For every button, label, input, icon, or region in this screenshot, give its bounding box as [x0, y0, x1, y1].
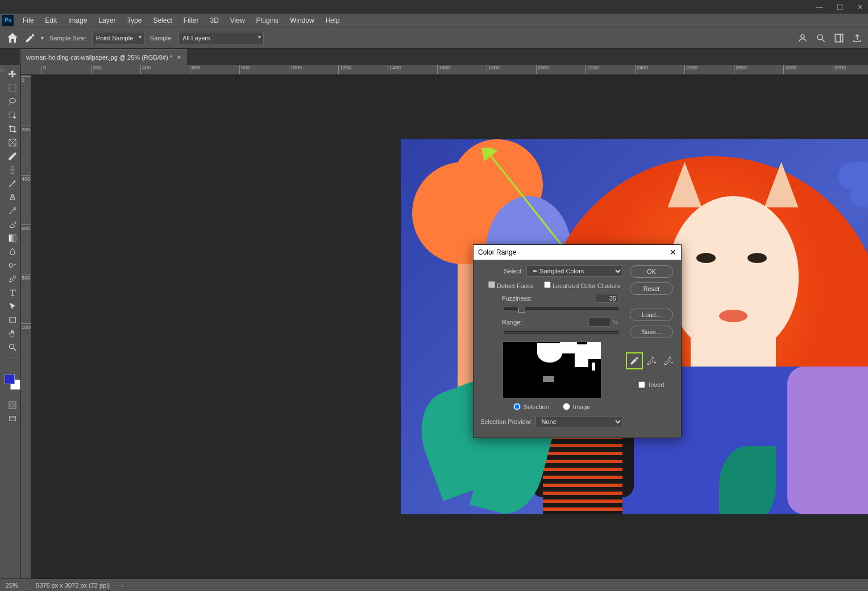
- sample-select[interactable]: All Layers: [178, 32, 264, 44]
- svg-point-17: [10, 344, 14, 349]
- svg-rect-5: [9, 85, 16, 91]
- menu-3d[interactable]: 3D: [204, 14, 224, 27]
- svg-point-0: [801, 35, 804, 38]
- crop-tool[interactable]: [5, 123, 20, 135]
- screen-mode-icon[interactable]: [5, 413, 20, 425]
- status-chevron-icon[interactable]: ›: [121, 582, 123, 589]
- reset-button[interactable]: Reset: [630, 282, 673, 295]
- range-input: [588, 318, 611, 327]
- menu-file[interactable]: File: [17, 14, 39, 27]
- gradient-tool[interactable]: [5, 232, 20, 244]
- menu-help[interactable]: Help: [320, 14, 346, 27]
- photoshop-logo: Ps: [2, 15, 14, 26]
- eyedropper-add-icon[interactable]: [645, 354, 658, 368]
- edit-toolbar-icon[interactable]: ⋯: [10, 361, 16, 368]
- brush-tool[interactable]: [5, 177, 20, 190]
- detect-faces-label: Detect Faces: [497, 282, 534, 289]
- object-selection-tool[interactable]: [5, 109, 20, 122]
- color-range-dialog[interactable]: Color Range ✕ Select: ✒ Sampled Colors D…: [473, 244, 682, 438]
- eyedropper-subtract-icon[interactable]: [662, 354, 675, 368]
- svg-rect-21: [10, 416, 16, 421]
- workspace-icon[interactable]: [834, 33, 844, 43]
- eraser-tool[interactable]: [5, 218, 20, 231]
- menu-plugins[interactable]: Plugins: [251, 14, 284, 27]
- selection-preview-dropdown[interactable]: None: [535, 416, 624, 427]
- menu-layer[interactable]: Layer: [93, 14, 121, 27]
- selection-preview-thumbnail: [502, 342, 601, 398]
- history-brush-tool[interactable]: [5, 205, 20, 217]
- foreground-color[interactable]: [5, 374, 15, 384]
- search-icon[interactable]: [816, 33, 826, 43]
- dialog-close-icon[interactable]: ✕: [670, 248, 676, 257]
- hand-tool[interactable]: [5, 327, 20, 340]
- selection-preview-label: Selection Preview:: [480, 418, 532, 425]
- blur-tool[interactable]: [5, 245, 20, 258]
- fuzziness-input[interactable]: [596, 294, 618, 303]
- move-tool[interactable]: [5, 68, 20, 81]
- select-dropdown[interactable]: ✒ Sampled Colors: [526, 265, 623, 277]
- path-selection-tool[interactable]: [5, 300, 20, 313]
- range-slider: [504, 331, 618, 334]
- healing-brush-tool[interactable]: [5, 164, 20, 176]
- svg-line-15: [13, 264, 16, 265]
- frame-tool[interactable]: [5, 136, 20, 149]
- minimize-button[interactable]: —: [816, 3, 823, 11]
- document-tab[interactable]: woman-holding-cat-wallpaper.jpg @ 25% (R…: [20, 49, 187, 65]
- select-label: Select:: [504, 268, 523, 274]
- sample-size-label: Sample Size:: [49, 35, 86, 41]
- zoom-tool[interactable]: [5, 341, 20, 353]
- dodge-tool[interactable]: [5, 259, 20, 272]
- home-icon[interactable]: [6, 31, 19, 45]
- menu-type[interactable]: Type: [121, 14, 147, 27]
- left-edge-strip: ⟩⟩: [0, 65, 5, 578]
- range-unit: %: [613, 319, 618, 326]
- cloud-docs-icon[interactable]: [798, 33, 808, 43]
- ruler-horizontal[interactable]: 0200400600800100012001400160018002000220…: [21, 65, 868, 75]
- menu-view[interactable]: View: [225, 14, 251, 27]
- eyedropper-tool-icon[interactable]: [25, 33, 35, 43]
- save-button[interactable]: Save...: [630, 326, 673, 338]
- document-tab-title: woman-holding-cat-wallpaper.jpg @ 25% (R…: [26, 54, 172, 61]
- menu-select[interactable]: Select: [147, 14, 177, 27]
- load-button[interactable]: Load...: [630, 309, 673, 321]
- rectangle-tool[interactable]: [5, 314, 20, 326]
- close-tab-icon[interactable]: ×: [177, 53, 181, 61]
- menu-filter[interactable]: Filter: [178, 14, 205, 27]
- zoom-level[interactable]: 25%: [6, 582, 24, 589]
- localized-clusters-checkbox[interactable]: [544, 281, 551, 288]
- tool-divider: [6, 357, 19, 357]
- detect-faces-checkbox: [488, 281, 495, 288]
- clone-stamp-tool[interactable]: [5, 191, 20, 203]
- title-bar: — ☐ ✕: [0, 0, 868, 14]
- eyedropper-tool[interactable]: [5, 150, 20, 163]
- ok-button[interactable]: OK: [630, 265, 673, 278]
- image-radio[interactable]: Image: [563, 403, 591, 410]
- text-tool[interactable]: [5, 286, 20, 299]
- pen-tool[interactable]: [5, 273, 20, 285]
- dialog-title-bar[interactable]: Color Range ✕: [474, 245, 681, 260]
- collapse-handle-icon[interactable]: ⟩⟩: [0, 67, 5, 73]
- lasso-tool[interactable]: [5, 95, 20, 108]
- close-window-button[interactable]: ✕: [857, 3, 863, 11]
- svg-rect-3: [835, 34, 843, 42]
- dialog-title: Color Range: [478, 248, 516, 256]
- fuzziness-slider[interactable]: [504, 307, 618, 310]
- quick-mask-icon[interactable]: [5, 399, 20, 411]
- menu-edit[interactable]: Edit: [39, 14, 63, 27]
- ruler-vertical[interactable]: 02004006008001000: [21, 75, 31, 578]
- color-swatches[interactable]: [5, 374, 20, 390]
- marquee-tool[interactable]: [5, 82, 20, 94]
- menu-window[interactable]: Window: [284, 14, 320, 27]
- fuzziness-slider-thumb[interactable]: [518, 305, 525, 313]
- menu-image[interactable]: Image: [63, 14, 93, 27]
- tool-dropdown-icon[interactable]: ▾: [41, 35, 44, 41]
- invert-checkbox[interactable]: [638, 381, 645, 388]
- eyedropper-sample-icon[interactable]: [628, 354, 641, 368]
- sample-size-select[interactable]: Point Sample: [92, 32, 144, 44]
- maximize-button[interactable]: ☐: [837, 3, 844, 11]
- options-bar: ▾ Sample Size: Point Sample Sample: All …: [0, 27, 868, 49]
- range-label: Range:: [502, 319, 522, 326]
- share-icon[interactable]: [852, 33, 862, 43]
- canvas-viewport[interactable]: [31, 75, 868, 578]
- selection-radio[interactable]: Selection: [513, 403, 549, 410]
